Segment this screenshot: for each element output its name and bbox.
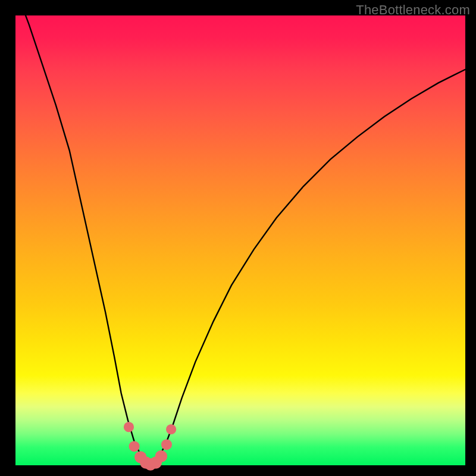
highlight-dot	[166, 424, 176, 434]
highlight-dot	[124, 422, 134, 432]
chart-frame: TheBottleneck.com	[0, 0, 476, 476]
highlight-dot	[161, 439, 172, 450]
highlight-dot	[155, 450, 167, 462]
bottleneck-curve	[15, 0, 465, 465]
highlight-dot	[129, 441, 140, 452]
chart-svg	[0, 0, 476, 476]
highlight-dots	[124, 422, 176, 471]
